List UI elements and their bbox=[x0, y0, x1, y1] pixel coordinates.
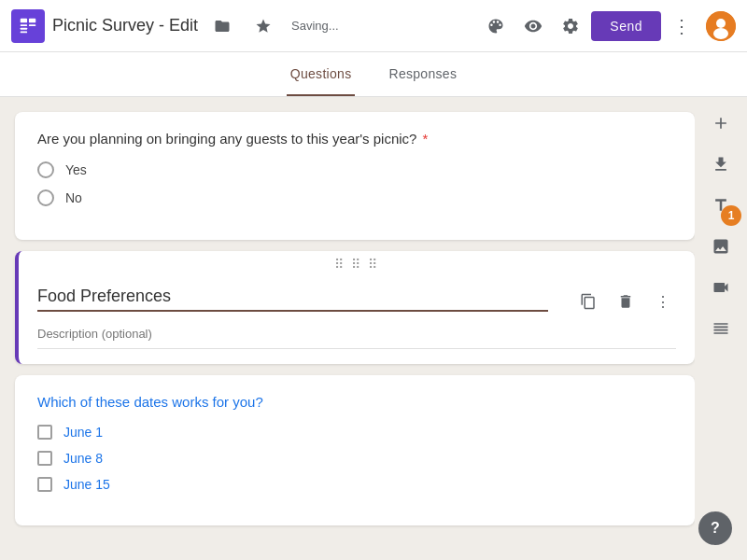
page-title: Picnic Survey - Edit bbox=[52, 16, 198, 35]
saving-status: Saving... bbox=[291, 19, 339, 33]
checkbox-june8: June 8 bbox=[37, 451, 672, 466]
option-june8-label: June 8 bbox=[63, 451, 103, 466]
option-june1-label: June 1 bbox=[63, 425, 103, 440]
header-right: Send ⋮ bbox=[479, 9, 736, 43]
import-questions-btn[interactable] bbox=[702, 146, 740, 183]
app-icon bbox=[11, 9, 45, 43]
tab-questions[interactable]: Questions bbox=[287, 53, 356, 96]
question-1-text: Are you planning on bringing any guests … bbox=[37, 131, 672, 147]
svg-point-8 bbox=[713, 28, 728, 39]
content-area: Are you planning on bringing any guests … bbox=[0, 97, 695, 560]
checkbox-june8-box[interactable] bbox=[37, 451, 52, 466]
question-2-card: Which of these dates works for you? June… bbox=[15, 375, 695, 525]
svg-rect-3 bbox=[21, 31, 27, 33]
question-1-card: Are you planning on bringing any guests … bbox=[15, 112, 695, 240]
radio-option-no: No bbox=[37, 189, 672, 206]
svg-rect-1 bbox=[21, 24, 27, 26]
header-left: Picnic Survey - Edit Saving... bbox=[11, 9, 479, 43]
svg-rect-0 bbox=[21, 18, 27, 22]
more-options-btn[interactable]: ⋮ bbox=[665, 9, 698, 43]
add-section-btn[interactable] bbox=[702, 310, 740, 347]
required-star-1: * bbox=[418, 131, 428, 147]
tabs-bar: Questions Responses bbox=[0, 52, 747, 97]
question-2-text: Which of these dates works for you? bbox=[37, 394, 672, 410]
copy-card-btn[interactable] bbox=[571, 285, 605, 318]
badge-1: 1 bbox=[721, 205, 741, 226]
svg-point-7 bbox=[716, 19, 726, 28]
avatar[interactable] bbox=[706, 11, 736, 41]
svg-rect-2 bbox=[21, 27, 27, 29]
add-image-btn[interactable] bbox=[702, 228, 740, 265]
delete-card-btn[interactable] bbox=[609, 285, 642, 318]
radio-option-yes: Yes bbox=[37, 161, 672, 178]
radio-yes-circle[interactable] bbox=[37, 161, 54, 178]
svg-rect-5 bbox=[29, 24, 35, 26]
add-video-btn[interactable] bbox=[702, 269, 740, 306]
checkbox-june15-box[interactable] bbox=[37, 477, 52, 492]
main-layout: Are you planning on bringing any guests … bbox=[0, 97, 747, 560]
add-title-btn[interactable]: 1 bbox=[702, 187, 740, 224]
question-1-inner: Are you planning on bringing any guests … bbox=[15, 112, 695, 240]
description-input[interactable] bbox=[37, 319, 676, 349]
send-button[interactable]: Send bbox=[591, 11, 661, 41]
section-title-input[interactable] bbox=[37, 283, 548, 312]
help-button[interactable]: ? bbox=[698, 511, 732, 545]
preview-btn[interactable] bbox=[516, 9, 550, 43]
svg-rect-4 bbox=[29, 18, 35, 22]
checkbox-june1-box[interactable] bbox=[37, 425, 52, 440]
card-actions: ⋮ bbox=[571, 285, 680, 318]
settings-btn[interactable] bbox=[554, 9, 587, 43]
section-card: ⠿ ⠿ ⠿ ⋮ 2 3 bbox=[15, 251, 695, 364]
question-2-inner: Which of these dates works for you? June… bbox=[15, 375, 695, 525]
header: Picnic Survey - Edit Saving... Send ⋮ bbox=[0, 0, 747, 52]
radio-yes-label: Yes bbox=[65, 162, 87, 177]
right-sidebar: 1 bbox=[695, 97, 747, 560]
more-card-btn[interactable]: ⋮ bbox=[646, 285, 680, 318]
folder-icon-btn[interactable] bbox=[205, 9, 239, 43]
palette-btn[interactable] bbox=[479, 9, 513, 43]
tab-responses[interactable]: Responses bbox=[385, 53, 460, 96]
add-question-btn[interactable] bbox=[702, 105, 740, 142]
drag-handle[interactable]: ⠿ ⠿ ⠿ bbox=[19, 251, 695, 275]
option-june15-label: June 15 bbox=[63, 477, 110, 492]
radio-no-label: No bbox=[65, 190, 82, 205]
checkbox-june1: June 1 bbox=[37, 425, 672, 440]
star-icon-btn[interactable] bbox=[247, 9, 280, 43]
radio-no-circle[interactable] bbox=[37, 189, 54, 206]
checkbox-june15: June 15 bbox=[37, 477, 672, 492]
